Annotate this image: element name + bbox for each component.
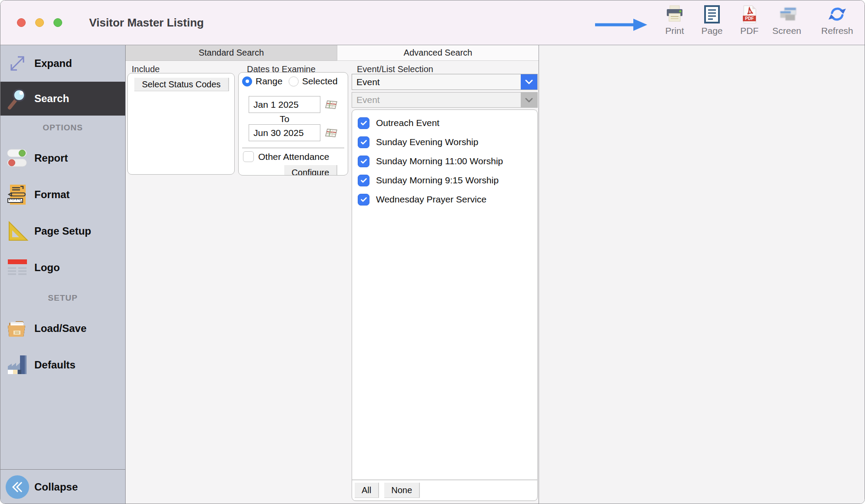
- event-list-dropdown-value: Event: [356, 95, 380, 105]
- sidebar-item-format[interactable]: Format: [0, 176, 125, 213]
- other-attendance-label: Other Attendance: [258, 152, 329, 162]
- page-button[interactable]: Page: [696, 4, 728, 36]
- event-list-box: Outreach EventSunday Evening WorshipSund…: [352, 109, 538, 501]
- to-date-input[interactable]: [249, 124, 320, 141]
- screen-label: Screen: [772, 26, 802, 36]
- configure-button[interactable]: Configure: [284, 165, 337, 176]
- date-mode-radio-group: Range Selected: [242, 76, 344, 86]
- sidebar-section-setup: SETUP: [0, 286, 125, 310]
- print-label: Print: [665, 26, 684, 36]
- sidebar-item-defaults[interactable]: Defaults: [0, 347, 125, 383]
- event-checkbox[interactable]: [358, 156, 369, 167]
- calendar-icon[interactable]: [324, 99, 338, 113]
- sidebar-spacer: [0, 383, 125, 469]
- sidebar: Expand Search OPTIONS: [0, 45, 126, 504]
- main-area: Expand Search OPTIONS: [0, 45, 865, 504]
- sidebar-item-search[interactable]: Search: [0, 82, 125, 116]
- sidebar-item-expand[interactable]: Expand: [0, 45, 125, 82]
- sidebar-label-load-save: Load/Save: [34, 322, 86, 335]
- event-type-dropdown-value: Event: [356, 77, 380, 87]
- calendar-icon[interactable]: [324, 128, 338, 141]
- event-label: Sunday Morning 11:00 Worship: [376, 156, 503, 166]
- search-icon: [0, 87, 34, 110]
- logo-masthead-icon: [0, 256, 34, 279]
- sidebar-item-collapse[interactable]: Collapse: [0, 469, 125, 504]
- page-label: Page: [701, 26, 722, 36]
- from-date-input[interactable]: [249, 96, 320, 113]
- sidebar-label-logo: Logo: [34, 262, 60, 274]
- event-checkbox[interactable]: [358, 194, 369, 206]
- pdf-badge-text: PDF: [745, 16, 754, 21]
- tab-standard-search[interactable]: Standard Search: [126, 45, 337, 61]
- event-checkbox[interactable]: [358, 136, 369, 148]
- refresh-label: Refresh: [821, 26, 853, 36]
- sidebar-label-page-setup: Page Setup: [34, 225, 91, 237]
- tab-bar: Standard Search Advanced Search: [126, 45, 539, 61]
- event-list-item[interactable]: Outreach Event: [352, 113, 537, 133]
- include-box: Select Status Codes: [127, 73, 235, 175]
- event-label: Sunday Evening Worship: [376, 137, 478, 147]
- selected-radio[interactable]: [289, 76, 299, 86]
- refresh-icon: [827, 4, 848, 25]
- format-document-icon: [0, 183, 34, 206]
- folder-icon: [0, 317, 34, 340]
- pdf-file-icon: PDF: [739, 4, 759, 25]
- window-title: Visitor Master Listing: [89, 16, 204, 30]
- select-status-codes-button[interactable]: Select Status Codes: [134, 78, 229, 91]
- events-section-label: Event/List Selection: [357, 64, 433, 74]
- pdf-button[interactable]: PDF PDF: [733, 4, 765, 36]
- close-window-button[interactable]: [17, 18, 26, 27]
- print-button[interactable]: Print: [659, 4, 691, 36]
- range-radio[interactable]: [242, 76, 252, 86]
- event-label: Wednesday Prayer Service: [376, 194, 486, 205]
- zoom-window-button[interactable]: [53, 18, 62, 27]
- title-bar: Visitor Master Listing: [0, 0, 865, 45]
- tab-advanced-search[interactable]: Advanced Search: [337, 45, 539, 61]
- event-checkbox[interactable]: [358, 117, 369, 129]
- screen-button[interactable]: Screen: [771, 4, 803, 36]
- screen-windows-icon: [776, 4, 798, 25]
- report-preview-pane: [539, 45, 865, 504]
- select-none-button[interactable]: None: [384, 483, 420, 497]
- expand-icon: [0, 52, 34, 75]
- event-list-dropdown-disabled: Event: [352, 92, 538, 108]
- chevron-down-icon[interactable]: [521, 74, 537, 90]
- minimize-window-button[interactable]: [35, 18, 44, 27]
- sidebar-item-page-setup[interactable]: Page Setup: [0, 213, 125, 249]
- sidebar-label-report: Report: [34, 152, 68, 164]
- range-radio-label: Range: [256, 76, 283, 86]
- event-list-item[interactable]: Sunday Morning 9:15 Worship: [352, 171, 537, 190]
- page-icon: [702, 4, 722, 25]
- event-list: Outreach EventSunday Evening WorshipSund…: [352, 113, 537, 209]
- annotation-arrow-icon: [595, 17, 647, 33]
- sidebar-label-collapse: Collapse: [34, 481, 78, 493]
- sidebar-label-search: Search: [34, 93, 69, 105]
- refresh-button[interactable]: Refresh: [821, 4, 853, 36]
- pdf-label: PDF: [740, 26, 759, 36]
- event-list-item[interactable]: Wednesday Prayer Service: [352, 190, 537, 209]
- chevron-down-icon: [521, 93, 537, 107]
- printer-icon: [665, 4, 685, 25]
- set-square-icon: [0, 219, 34, 243]
- sidebar-section-options: OPTIONS: [0, 116, 125, 140]
- sidebar-item-logo[interactable]: Logo: [0, 249, 125, 286]
- sidebar-label-format: Format: [34, 189, 70, 201]
- app-window: Visitor Master Listing: [0, 0, 865, 504]
- traffic-lights: [17, 18, 62, 27]
- dates-divider: [242, 148, 344, 148]
- dates-box: Range Selected To: [238, 72, 348, 176]
- to-label: To: [249, 114, 320, 124]
- event-label: Outreach Event: [376, 118, 439, 128]
- event-list-item[interactable]: Sunday Morning 11:00 Worship: [352, 152, 537, 171]
- event-type-dropdown[interactable]: Event: [352, 74, 538, 90]
- event-list-item[interactable]: Sunday Evening Worship: [352, 133, 537, 152]
- search-form-content: Include Dates to Examine Event/List Sele…: [126, 61, 539, 504]
- selected-radio-label: Selected: [302, 76, 338, 86]
- select-all-button[interactable]: All: [355, 483, 379, 497]
- factory-icon: [0, 353, 34, 377]
- other-attendance-checkbox[interactable]: [243, 151, 254, 162]
- event-checkbox[interactable]: [358, 175, 369, 186]
- sidebar-item-load-save[interactable]: Load/Save: [0, 310, 125, 347]
- sidebar-item-report[interactable]: Report: [0, 140, 125, 176]
- sidebar-label-defaults: Defaults: [34, 359, 76, 371]
